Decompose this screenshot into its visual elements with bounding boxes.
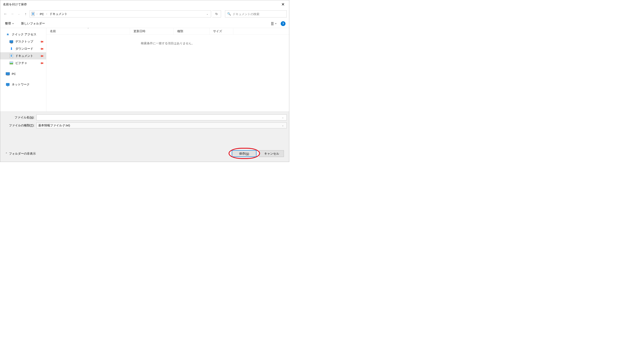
empty-results-message: 検索条件に一致する項目はありません。 [46, 35, 289, 45]
list-view-icon [271, 22, 273, 25]
column-label: サイズ [213, 30, 222, 33]
chevron-right-icon: › [45, 12, 48, 15]
refresh-icon: ↻ [215, 12, 218, 16]
address-dropdown[interactable]: ⌄ [205, 10, 210, 17]
sidebar-item-label: PC [12, 72, 16, 76]
nav-recent-button[interactable]: ⌄ [16, 11, 22, 17]
search-input[interactable] [233, 12, 285, 16]
arrow-right-icon: → [10, 12, 14, 16]
chevron-down-icon: ⌄ [18, 12, 20, 15]
column-header-date[interactable]: 更新日時 [130, 28, 174, 34]
breadcrumb-documents[interactable]: ドキュメント [49, 12, 68, 16]
pin-icon: 📌 [39, 60, 44, 65]
search-box[interactable]: 🔍 [225, 10, 287, 18]
desktop-icon [9, 40, 13, 44]
folder-icon [31, 12, 35, 16]
pictures-icon [9, 61, 13, 65]
cancel-label: キャンセル [264, 152, 279, 156]
filename-dropdown-button[interactable]: ⌄ [281, 116, 285, 119]
help-button[interactable]: ? [281, 21, 286, 26]
nav-forward-button[interactable]: → [9, 11, 15, 17]
sort-ascending-icon: ⌃ [87, 28, 89, 30]
hide-folders-button[interactable]: ⌃ フォルダーの非表示 [5, 152, 36, 156]
column-label: 更新日時 [133, 30, 145, 33]
sidebar-item-label: ピクチャ [15, 61, 27, 65]
filetype-dropdown-button[interactable]: ⌄ [281, 124, 285, 127]
new-folder-label: 新しいフォルダー [21, 22, 45, 26]
pin-icon: 📌 [39, 54, 44, 58]
arrow-up-icon: ↑ [25, 12, 27, 16]
sidebar-item-pictures[interactable]: ピクチャ 📌 [0, 60, 46, 66]
star-icon: ★ [6, 32, 10, 36]
filename-input[interactable] [38, 116, 281, 119]
filetype-value: 基本情報ファイル (*.txt) [38, 124, 281, 127]
save-as-dialog: 名前を付けて保存 ✕ ← → ⌄ ↑ › PC › ドキュメント ⌄ [0, 0, 289, 162]
column-header-type[interactable]: 種類 [174, 28, 209, 34]
main-area: ★ クイック アクセス デスクトップ 📌 ⬇ ダウンロード 📌 ドキュメント 📌… [0, 28, 289, 112]
pin-icon: 📌 [39, 39, 44, 44]
filename-label: ファイル名(N): [3, 116, 36, 120]
refresh-button[interactable]: ↻ [212, 10, 221, 18]
sidebar-item-network[interactable]: ネットワーク [0, 81, 46, 88]
arrow-left-icon: ← [4, 12, 7, 16]
chevron-down-icon: ⌄ [206, 12, 208, 15]
dialog-title: 名前を付けて保存 [3, 2, 27, 6]
view-options-button[interactable]: ▼ [271, 21, 278, 26]
download-icon: ⬇ [9, 47, 13, 51]
sidebar-item-label: ネットワーク [12, 83, 30, 86]
bottom-panel: ファイル名(N): ⌄ ファイルの種類(T): 基本情報ファイル (*.txt)… [0, 112, 289, 162]
cancel-button[interactable]: キャンセル [259, 150, 284, 157]
caret-down-icon: ▼ [12, 23, 14, 25]
chevron-right-icon: › [35, 12, 39, 15]
column-header-size[interactable]: サイズ [209, 28, 233, 34]
column-header-name[interactable]: ⌃ 名前 [46, 28, 130, 34]
sidebar-item-desktop[interactable]: デスクトップ 📌 [0, 38, 46, 45]
pin-icon: 📌 [39, 46, 44, 51]
sidebar-item-label: ダウンロード [15, 47, 33, 51]
caret-down-icon: ▼ [275, 23, 277, 25]
save-button[interactable]: 保存(S) [232, 150, 257, 157]
sidebar-item-documents[interactable]: ドキュメント 📌 [0, 52, 46, 60]
sidebar-item-downloads[interactable]: ⬇ ダウンロード 📌 [0, 45, 46, 52]
search-icon: 🔍 [227, 12, 231, 16]
filetype-row: ファイルの種類(T): 基本情報ファイル (*.txt) ⌄ [3, 122, 287, 128]
chevron-down-icon: ⌄ [282, 124, 284, 127]
nav-back-button[interactable]: ← [3, 11, 8, 17]
column-label: 名前 [50, 30, 56, 33]
footer: ⌃ フォルダーの非表示 保存(S) キャンセル [3, 148, 287, 159]
toolbar-right: ▼ ? [271, 21, 286, 26]
column-label: 種類 [177, 30, 183, 33]
organize-menu[interactable]: 整理 ▼ [4, 21, 15, 26]
close-button[interactable]: ✕ [278, 1, 288, 8]
filetype-label: ファイルの種類(T): [3, 124, 36, 127]
navigation-row: ← → ⌄ ↑ › PC › ドキュメント ⌄ ↻ 🔍 [0, 8, 289, 19]
dialog-buttons: 保存(S) キャンセル [232, 150, 284, 157]
help-icon: ? [282, 22, 284, 25]
breadcrumb-pc[interactable]: PC [39, 12, 45, 16]
column-headers: ⌃ 名前 更新日時 種類 サイズ [46, 28, 289, 35]
titlebar: 名前を付けて保存 ✕ [0, 0, 289, 8]
filetype-combobox[interactable]: 基本情報ファイル (*.txt) ⌄ [36, 122, 287, 128]
hide-folders-label: フォルダーの非表示 [9, 152, 36, 156]
document-icon [9, 54, 13, 58]
file-list-pane: ⌃ 名前 更新日時 種類 サイズ 検索条件に一致する項目はありません。 [46, 28, 289, 112]
address-bar[interactable]: › PC › ドキュメント ⌄ [30, 10, 211, 18]
toolbar: 整理 ▼ 新しいフォルダー ▼ ? [0, 19, 289, 28]
close-icon: ✕ [281, 2, 285, 7]
filename-row: ファイル名(N): ⌄ [3, 114, 287, 120]
sidebar-item-label: ドキュメント [15, 54, 33, 58]
nav-up-button[interactable]: ↑ [23, 11, 29, 17]
chevron-up-icon: ⌃ [5, 152, 7, 155]
sidebar-item-label: デスクトップ [15, 40, 33, 44]
new-folder-button[interactable]: 新しいフォルダー [20, 21, 46, 26]
chevron-down-icon: ⌄ [282, 116, 284, 119]
organize-label: 整理 [5, 22, 11, 26]
network-icon [6, 82, 10, 86]
filename-combobox[interactable]: ⌄ [36, 114, 287, 120]
navigation-sidebar: ★ クイック アクセス デスクトップ 📌 ⬇ ダウンロード 📌 ドキュメント 📌… [0, 28, 46, 112]
sidebar-item-pc[interactable]: PC [0, 70, 46, 77]
sidebar-item-quick-access[interactable]: ★ クイック アクセス [0, 31, 46, 38]
sidebar-item-label: クイック アクセス [12, 32, 36, 36]
pc-icon [6, 72, 10, 76]
